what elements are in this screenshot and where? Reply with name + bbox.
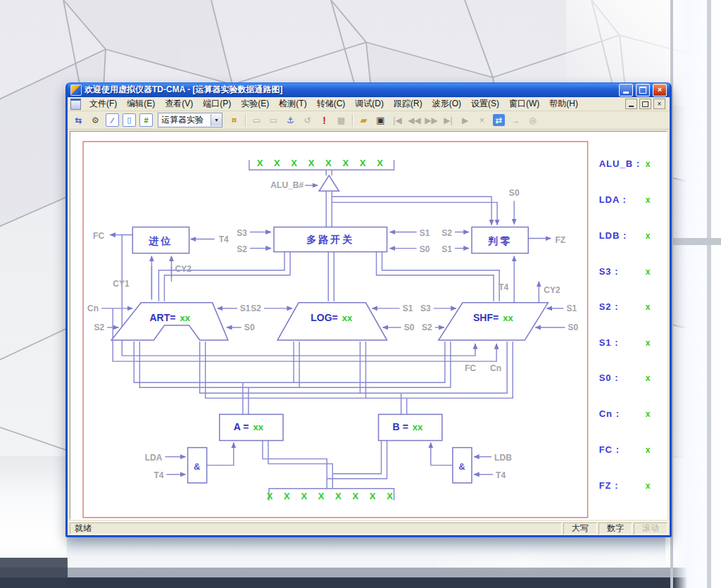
pause-icon[interactable]: ▭ xyxy=(249,112,265,128)
s2-mux-label: S2 xyxy=(237,244,247,254)
mdi-close-button[interactable]: × xyxy=(653,99,665,109)
menu-wave[interactable]: 波形(O) xyxy=(427,97,466,111)
menu-debug[interactable]: 调试(D) xyxy=(350,97,389,111)
menu-trace[interactable]: 跟踪(R) xyxy=(389,97,427,111)
minimize-icon xyxy=(623,92,629,94)
save-icon[interactable]: ▣ xyxy=(372,112,389,128)
build-icon[interactable]: ⚙ xyxy=(87,112,104,128)
tristate-buffer xyxy=(319,175,339,191)
panel-s1-value: x xyxy=(646,338,651,348)
panel-ldb-value: x xyxy=(646,231,651,241)
goto-icon[interactable]: → xyxy=(508,112,524,128)
cn-art-label: Cn xyxy=(87,304,99,313)
menu-experiment[interactable]: 实验(E) xyxy=(236,97,274,111)
s0-zero-label: S0 xyxy=(509,188,520,198)
minimize-button[interactable] xyxy=(619,84,633,96)
menu-help[interactable]: 帮助(H) xyxy=(544,97,583,111)
menu-dump[interactable]: 转储(C) xyxy=(312,97,351,111)
s0-art-label: S0 xyxy=(244,323,255,332)
log-value: LOG=xx xyxy=(311,312,353,323)
connect-icon[interactable]: ⇆ xyxy=(70,112,87,128)
app-window: 欢迎使用虚拟仪器TD-CMA - [运算器实验数据通路图] × 文件(F) 编辑… xyxy=(65,82,672,537)
panel-s3-value: x xyxy=(646,267,651,277)
port-icon[interactable]: ▯ xyxy=(123,113,136,127)
diagram-blocks xyxy=(111,175,548,483)
mdi-close-icon: × xyxy=(658,101,662,108)
status-bar: 就绪 大写 数字 滚动 xyxy=(68,521,670,535)
t4-gate-b-label: T4 xyxy=(496,470,506,480)
sync-icon[interactable]: ⇄ xyxy=(493,114,505,126)
carry-label: 进位 xyxy=(148,235,173,246)
s1-zero-label: S1 xyxy=(441,244,452,254)
grid-icon[interactable]: # xyxy=(139,113,153,127)
menu-bar: 文件(F) 编辑(E) 查看(V) 端口(P) 实验(E) 检测(T) 转储(C… xyxy=(68,97,670,111)
panel-lda-value: x xyxy=(646,195,651,205)
lda-label: LDA xyxy=(145,453,163,463)
s2-zero-label: S2 xyxy=(441,228,452,238)
datapath-canvas: X X X X X X X X ALU_B# 进位 多路开关 判零 FC T4 … xyxy=(70,131,667,520)
open-icon[interactable]: ▰ xyxy=(356,112,372,128)
first-icon[interactable]: |◀ xyxy=(389,112,406,128)
menu-edit[interactable]: 编辑(E) xyxy=(122,97,160,111)
rewind-icon[interactable]: ◀◀ xyxy=(406,112,422,128)
status-message: 就绪 xyxy=(70,523,562,534)
mdi-child-icon[interactable] xyxy=(70,99,81,110)
close-button[interactable]: × xyxy=(653,84,667,96)
mux-label: 多路开关 xyxy=(306,234,354,245)
doc-icon[interactable]: ∕ xyxy=(106,113,119,127)
datapath-diagram: X X X X X X X X ALU_B# 进位 多路开关 判零 FC T4 … xyxy=(70,132,667,520)
t4-gate-a-label: T4 xyxy=(153,470,163,480)
mdi-restore-button[interactable] xyxy=(639,99,651,109)
undo-icon[interactable]: ↺ xyxy=(299,112,315,128)
exclaim-icon[interactable]: ! xyxy=(316,112,332,128)
restore-icon xyxy=(639,87,646,94)
window-frame-crossbar xyxy=(673,238,721,245)
signal-panel: ALU_B : x LDA : x LDB : x S3 : x S2 : x … xyxy=(599,158,651,491)
cy1-label: CY1 xyxy=(113,279,130,289)
alu-b-label: ALU_B# xyxy=(270,180,303,190)
menu-view[interactable]: 查看(V) xyxy=(160,97,198,111)
s2-art-label: S2 xyxy=(94,323,104,332)
s1-shf-label: S1 xyxy=(566,304,577,313)
menu-port[interactable]: 端口(P) xyxy=(198,97,236,111)
last-icon[interactable]: ▶| xyxy=(440,112,456,128)
bus-top-values: X X X X X X X X xyxy=(257,158,387,168)
cy2-shf-label: CY2 xyxy=(544,285,560,295)
table-icon[interactable]: ▦ xyxy=(333,112,349,128)
experiment-dropdown[interactable]: 运算器实验 ▼ xyxy=(158,113,222,127)
experiment-dropdown-value: 运算器实验 xyxy=(161,114,203,126)
scroll-indicator: 滚动 xyxy=(634,523,667,534)
stop-icon[interactable]: × xyxy=(474,112,490,128)
window-title: 欢迎使用虚拟仪器TD-CMA - [运算器实验数据通路图] xyxy=(84,84,616,96)
floor-corner-tile xyxy=(0,558,68,588)
restore-button[interactable] xyxy=(636,84,650,96)
cy2-carry-label: CY2 xyxy=(175,264,192,274)
panel-cn-value: x xyxy=(646,409,651,419)
s3-mux-label: S3 xyxy=(237,228,247,238)
caps-indicator: 大写 xyxy=(563,523,597,534)
s1-log-label: S1 xyxy=(403,304,413,313)
panel-fc-label: FC : xyxy=(599,444,620,455)
anchor-icon[interactable]: ⚓ xyxy=(282,112,299,128)
panel-s0-value: x xyxy=(646,373,651,383)
menu-window[interactable]: 窗口(W) xyxy=(504,97,544,111)
key-icon[interactable]: ¤ xyxy=(226,112,242,128)
ldb-label: LDB xyxy=(494,453,512,463)
t4-carry-label: T4 xyxy=(219,234,229,244)
num-indicator: 数字 xyxy=(598,523,632,534)
panel-s2-value: x xyxy=(646,302,651,312)
record-icon[interactable]: ◎ xyxy=(525,112,541,128)
menu-file[interactable]: 文件(F) xyxy=(84,97,122,111)
forward-icon[interactable]: ▶▶ xyxy=(423,112,439,128)
play-icon[interactable]: ▶ xyxy=(457,112,473,128)
mdi-minimize-icon xyxy=(629,106,634,107)
menu-settings[interactable]: 设置(S) xyxy=(466,97,504,111)
resume-icon[interactable]: ▭ xyxy=(265,112,282,128)
toolbar: ⇆ ⚙ ∕ ▯ # 运算器实验 ▼ ¤ ▭ ▭ ⚓ ↺ ! ▦ ▰ ▣ |◀ ◀… xyxy=(68,111,670,130)
chevron-down-icon[interactable]: ▼ xyxy=(211,114,222,126)
menu-check[interactable]: 检测(T) xyxy=(274,97,311,111)
s2-log-label: S2 xyxy=(251,304,261,313)
mdi-minimize-button[interactable] xyxy=(625,99,637,109)
titlebar[interactable]: 欢迎使用虚拟仪器TD-CMA - [运算器实验数据通路图] × xyxy=(68,82,670,97)
panel-fz-label: FZ : xyxy=(599,480,619,491)
